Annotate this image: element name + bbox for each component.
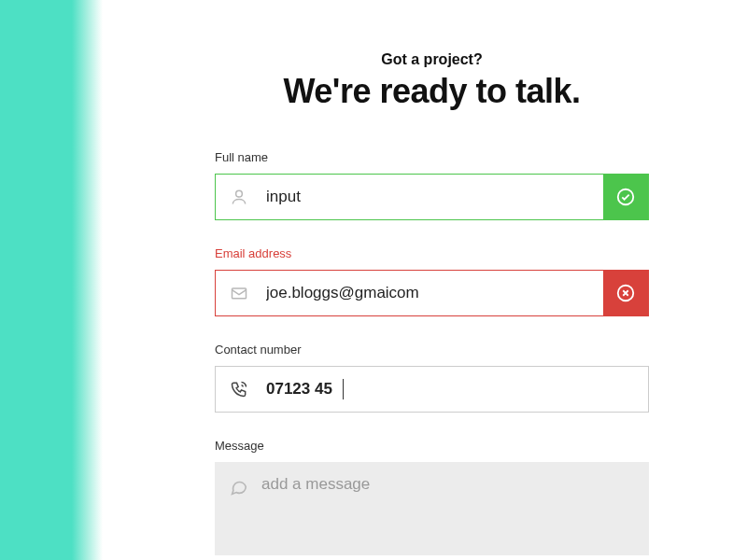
email-input[interactable] (262, 271, 603, 315)
message-field: Message (215, 439, 649, 555)
message-input[interactable] (261, 475, 649, 542)
contact-form: Got a project? We're ready to talk. Full… (215, 51, 649, 555)
page-title: We're ready to talk. (215, 72, 649, 111)
side-gradient (0, 0, 103, 560)
chat-icon (215, 475, 261, 542)
message-label: Message (215, 439, 649, 453)
fullname-field: Full name (215, 150, 649, 220)
email-label: Email address (215, 246, 649, 260)
fullname-input-wrap (215, 174, 649, 220)
phone-label: Contact number (215, 343, 649, 357)
phone-input-wrap (215, 366, 649, 413)
user-icon (216, 175, 262, 219)
phone-input[interactable] (262, 367, 648, 412)
phone-icon (216, 367, 262, 412)
fullname-label: Full name (215, 150, 649, 164)
invalid-badge (603, 271, 648, 315)
text-caret (343, 379, 344, 399)
phone-field: Contact number (215, 343, 649, 413)
svg-rect-2 (233, 288, 247, 299)
envelope-icon (216, 271, 262, 315)
email-input-wrap (215, 270, 649, 316)
valid-badge (603, 175, 648, 219)
message-input-wrap (215, 462, 649, 555)
fullname-input[interactable] (262, 175, 603, 219)
email-field: Email address (215, 246, 649, 316)
eyebrow-text: Got a project? (215, 51, 649, 68)
svg-point-0 (236, 190, 243, 197)
svg-point-1 (618, 189, 634, 205)
